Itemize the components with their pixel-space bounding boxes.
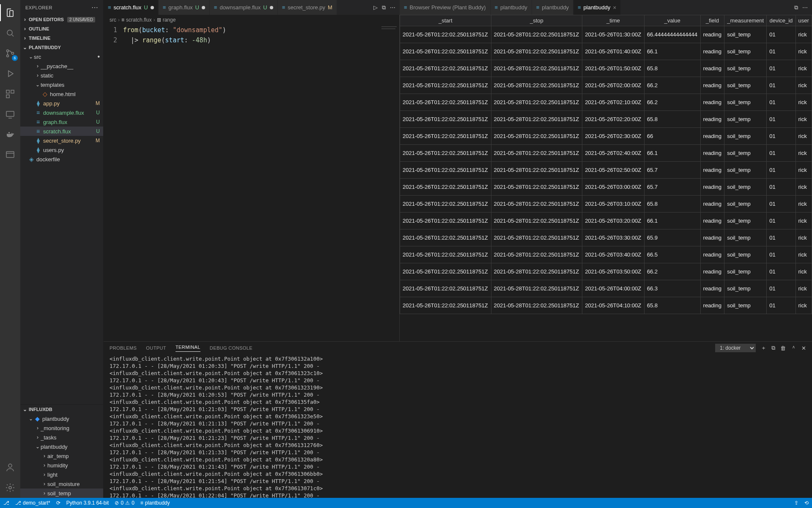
status-python[interactable]: Python 3.9.1 64-bit [66,500,109,506]
status-plantbuddy[interactable]: ≡ plantbuddy [140,500,170,506]
influx-bucket[interactable]: ⌄plantbuddy [20,442,103,451]
table-header[interactable]: device_id [767,15,796,26]
table-row[interactable]: 2021-05-26T01:22:02.250118751Z2021-05-28… [400,94,812,111]
breadcrumbs[interactable]: src › ≡ scratch.flux › ⊞ range [104,15,399,25]
sidebar-more-icon[interactable]: ⋯ [91,3,99,11]
table-row[interactable]: 2021-05-26T01:22:02.250118751Z2021-05-28… [400,77,812,94]
table-row[interactable]: 2021-05-26T01:22:02.250118751Z2021-05-28… [400,246,812,263]
influx-tasks[interactable]: ›_tasks [20,433,103,442]
section-outline[interactable]: › OUTLINE [20,24,103,33]
crumb-symbol[interactable]: range [163,17,176,23]
tab[interactable]: ≡secret_store.pyM [278,0,337,15]
influx-soil-moisture[interactable]: ›soil_moisture [20,479,103,489]
section-influxdb[interactable]: ⌄ INFLUXDB [20,405,103,414]
table-row[interactable]: 2021-05-26T01:22:02.250118751Z2021-05-28… [400,297,812,314]
run-icon[interactable]: ▷ [373,4,378,11]
status-remote[interactable]: ⎇ [3,500,9,506]
panel-tab-debug[interactable]: DEBUG CONSOLE [210,345,252,351]
table-header[interactable]: _measurement [724,15,767,26]
section-project[interactable]: ⌄ PLANTBUDDY [20,43,103,52]
status-feedback[interactable]: ⟲ [804,500,809,506]
influx-root[interactable]: ⌄◆plantbuddy [20,414,103,423]
data-table-wrap[interactable]: _start_stop_time_value_field_measurement… [400,15,812,341]
terminal-new-icon[interactable]: ＋ [761,344,766,352]
table-row[interactable]: 2021-05-26T01:22:02.250118751Z2021-05-28… [400,128,812,145]
more-icon[interactable]: ⋯ [802,4,808,11]
table-row[interactable]: 2021-05-26T01:22:02.250118751Z2021-05-28… [400,263,812,280]
code-area[interactable]: 1 2 from(bucket: "downsampled") |> range… [104,25,399,341]
tree-file-secret-store[interactable]: ⧫secret_store.py M [20,136,103,145]
tab[interactable]: ≡plantbuddy× [573,0,621,15]
tree-folder-static[interactable]: ›static [20,71,103,80]
tab[interactable]: ≡scratch.fluxU [104,0,159,15]
tree-file-users[interactable]: ⧫users.py [20,145,103,155]
activity-settings-icon[interactable] [0,478,20,498]
section-open-editors[interactable]: › OPEN EDITORS 2 UNSAVED [20,15,103,24]
panel-tab-terminal[interactable]: TERMINAL [176,345,200,352]
split-icon[interactable]: ⧉ [794,4,798,11]
tab-close-icon[interactable]: × [613,4,616,11]
table-header[interactable]: _field [700,15,724,26]
table-header[interactable]: _stop [491,15,582,26]
section-timeline[interactable]: › TIMELINE [20,33,103,43]
activity-scm-icon[interactable]: 6 [0,43,20,64]
tree-file-app-py[interactable]: ⧫app.py M [20,99,103,108]
activity-account-icon[interactable] [0,457,20,478]
terminal-close-icon[interactable]: ✕ [801,345,806,351]
tree-folder-templates[interactable]: ⌄templates [20,80,103,89]
split-icon[interactable]: ⧉ [382,4,386,11]
table-row[interactable]: 2021-05-26T01:22:02.250118751Z2021-05-28… [400,179,812,196]
table-row[interactable]: 2021-05-26T01:22:02.250118751Z2021-05-28… [400,43,812,60]
tab[interactable]: ≡plantbuddy [532,0,573,15]
code-content[interactable]: from(bucket: "downsampled") |> range(sta… [123,25,399,341]
more-icon[interactable]: ⋯ [390,4,395,11]
terminal-body[interactable]: <influxdb_client.client.write.point.Poin… [104,354,812,498]
minimap[interactable] [374,25,399,341]
table-header[interactable]: user [796,15,812,26]
influx-light[interactable]: ›light [20,470,103,479]
status-sync[interactable]: ⟳ [56,500,60,506]
status-live-share[interactable]: ⇪ [794,500,798,506]
panel-tab-output[interactable]: OUTPUT [146,345,166,351]
tree-folder-pycache[interactable]: ›__pycache__ [20,61,103,71]
activity-explorer-icon[interactable] [0,3,20,23]
table-header[interactable]: _value [644,15,700,26]
table-header[interactable]: _time [582,15,645,26]
crumb-src[interactable]: src [110,17,116,23]
tab[interactable]: ≡Browser Preview (Plant Buddy) [400,0,491,15]
terminal-maximize-icon[interactable]: ＾ [791,344,796,352]
terminal-select[interactable]: 1: docker [715,344,756,352]
influx-monitoring[interactable]: ›_monitoring [20,423,103,433]
table-row[interactable]: 2021-05-26T01:22:02.250118751Z2021-05-28… [400,280,812,297]
activity-preview-icon[interactable] [0,145,20,165]
influx-air-temp[interactable]: ›air_temp [20,451,103,461]
table-row[interactable]: 2021-05-26T01:22:02.250118751Z2021-05-28… [400,145,812,162]
status-branch[interactable]: ⎇ demo_start* [15,500,50,506]
status-problems[interactable]: ⊘ 0 ⚠ 0 [115,500,134,506]
tab[interactable]: ≡plantbuddy [491,0,532,15]
terminal-split-icon[interactable]: ⧉ [771,345,775,351]
tab[interactable]: ≡downsample.fluxU [210,0,278,15]
tree-file-downsample[interactable]: ≡downsample.flux U [20,108,103,117]
table-header[interactable]: _start [400,15,491,26]
activity-docker-icon[interactable] [0,124,20,145]
activity-remote-icon[interactable] [0,104,20,124]
tree-file-scratch[interactable]: ≡scratch.flux U [20,127,103,136]
influx-soil-temp[interactable]: ›soil_temp [20,489,103,498]
table-row[interactable]: 2021-05-26T01:22:02.250118751Z2021-05-28… [400,196,812,213]
influx-humidity[interactable]: ›humidity [20,461,103,470]
table-row[interactable]: 2021-05-26T01:22:02.250118751Z2021-05-28… [400,111,812,128]
activity-extensions-icon[interactable] [0,84,20,104]
crumb-file[interactable]: scratch.flux [126,17,152,23]
panel-tab-problems[interactable]: PROBLEMS [110,345,137,351]
activity-debug-icon[interactable] [0,64,20,84]
table-row[interactable]: 2021-05-26T01:22:02.250118751Z2021-05-28… [400,60,812,77]
tree-folder-src[interactable]: ⌄src • [20,52,103,61]
tree-file-graph[interactable]: ≡graph.flux U [20,117,103,127]
tab[interactable]: ≡graph.fluxU [159,0,210,15]
table-row[interactable]: 2021-05-26T01:22:02.250118751Z2021-05-28… [400,229,812,246]
terminal-trash-icon[interactable]: 🗑 [780,345,786,351]
tree-file-home-html[interactable]: ◇home.html [20,89,103,99]
table-row[interactable]: 2021-05-26T01:22:02.250118751Z2021-05-28… [400,213,812,229]
table-row[interactable]: 2021-05-26T01:22:02.250118751Z2021-05-28… [400,162,812,179]
